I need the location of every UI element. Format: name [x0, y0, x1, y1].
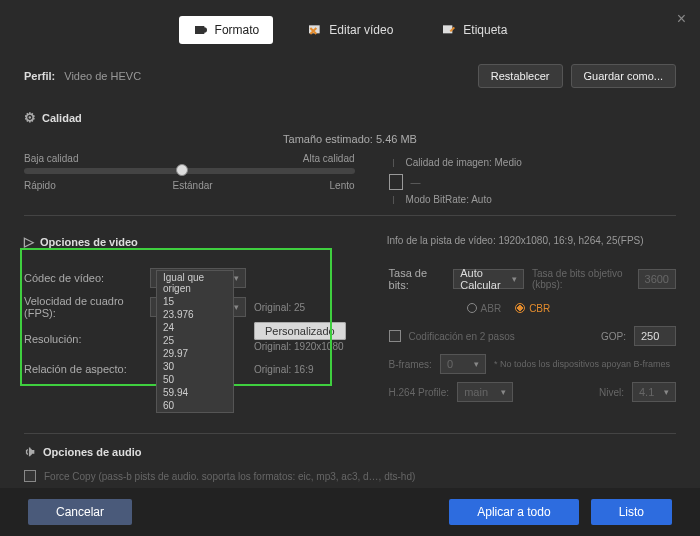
bframes-label: B-frames: — [389, 359, 432, 370]
fps-option[interactable]: 15 — [157, 295, 233, 308]
image-quality: Calidad de imagen: Medio — [406, 157, 676, 168]
quality-head: ⚙ Calidad — [24, 110, 357, 125]
fps-option[interactable]: 23.976 — [157, 308, 233, 321]
gop-label: GOP: — [601, 331, 626, 342]
target-bitrate-label: Tasa de bits objetivo (kbps): — [532, 268, 630, 290]
fps-original: Original: 25 — [254, 302, 305, 313]
tab-format[interactable]: Formato — [179, 16, 274, 44]
slider-thumb[interactable] — [176, 164, 188, 176]
estimated-size: Tamaño estimado: 5.46 MB — [24, 133, 676, 145]
chevron-down-icon: ▾ — [474, 359, 479, 369]
fast-label: Rápido — [24, 180, 56, 191]
chevron-down-icon: ▾ — [501, 387, 506, 397]
fps-dropdown[interactable]: Igual que origen1523.976242529.97305059.… — [156, 270, 234, 413]
codec-label: Códec de vídeo: — [24, 272, 142, 284]
twopass-label: Codificación en 2 pasos — [409, 331, 515, 342]
play-icon: ▷ — [24, 234, 34, 249]
gear-icon: ⚙ — [24, 110, 36, 125]
quality-slider[interactable] — [24, 168, 355, 174]
ar-label: Relación de aspecto: — [24, 363, 142, 375]
fps-option[interactable]: 24 — [157, 321, 233, 334]
fps-option[interactable]: 25 — [157, 334, 233, 347]
profile-label: Perfil: — [24, 70, 55, 82]
scissors-icon — [307, 22, 323, 38]
fps-option[interactable]: 59.94 — [157, 386, 233, 399]
gop-input[interactable]: 250 — [634, 326, 676, 346]
audio-head: 🕩 Opciones de audio — [24, 444, 676, 459]
chevron-down-icon: ▾ — [234, 302, 239, 312]
slow-label: Lento — [330, 180, 355, 191]
tab-label: Etiqueta — [463, 23, 507, 37]
speaker-icon: 🕩 — [24, 444, 37, 459]
res-label: Resolución: — [24, 333, 142, 345]
bitrate-select[interactable]: Auto Calcular▾ — [453, 269, 524, 289]
gear-icon — [193, 22, 209, 38]
res-original: Original: 1920x1080 — [254, 341, 346, 352]
profile-value: Video de HEVC — [64, 70, 141, 82]
abr-radio[interactable] — [467, 303, 477, 313]
fps-option[interactable]: 30 — [157, 360, 233, 373]
resolution-custom-chip[interactable]: Personalizado — [254, 322, 346, 340]
bframes-select[interactable]: 0▾ — [440, 354, 486, 374]
pencil-icon — [441, 22, 457, 38]
svg-point-1 — [201, 27, 206, 32]
tab-label: Formato — [215, 23, 260, 37]
level-select[interactable]: 4.1▾ — [632, 382, 676, 402]
fps-option[interactable]: 29.97 — [157, 347, 233, 360]
done-button[interactable]: Listo — [591, 499, 672, 525]
fps-option[interactable]: 60 — [157, 399, 233, 412]
high-q-label: Alta calidad — [303, 153, 355, 164]
page-icon — [389, 174, 403, 190]
apply-all-button[interactable]: Aplicar a todo — [449, 499, 578, 525]
standard-label: Estándar — [173, 180, 213, 191]
force-copy-checkbox[interactable] — [24, 470, 36, 482]
level-label: Nivel: — [599, 387, 624, 398]
reset-button[interactable]: Restablecer — [478, 64, 563, 88]
chevron-down-icon: ▾ — [664, 387, 669, 397]
track-info: Info de la pista de vídeo: 1920x1080, 16… — [387, 235, 644, 246]
bitrate-mode: Modo BitRate: Auto — [406, 194, 492, 205]
chevron-down-icon: ▾ — [234, 273, 239, 283]
chevron-down-icon: ▾ — [512, 274, 517, 284]
ar-original: Original: 16:9 — [254, 364, 313, 375]
video-head: ▷ Opciones de video — [24, 234, 357, 249]
h264-profile-select[interactable]: main▾ — [457, 382, 513, 402]
target-bitrate-input[interactable]: 3600 — [638, 269, 676, 289]
tab-label: Editar vídeo — [329, 23, 393, 37]
close-icon[interactable]: × — [677, 10, 686, 28]
profile: Perfil: Video de HEVC — [24, 70, 141, 82]
fps-option[interactable]: 50 — [157, 373, 233, 386]
cbr-radio[interactable] — [515, 303, 525, 313]
force-copy-label: Force Copy (pass-b pists de audio. sopor… — [44, 471, 415, 482]
fps-label: Velocidad de cuadro (FPS): — [24, 295, 142, 319]
low-q-label: Baja calidad — [24, 153, 78, 164]
cancel-button[interactable]: Cancelar — [28, 499, 132, 525]
bitrate-label: Tasa de bits: — [389, 267, 446, 291]
h264-profile-label: H.264 Profile: — [389, 387, 450, 398]
twopass-checkbox[interactable] — [389, 330, 401, 342]
fps-option[interactable]: Igual que origen — [157, 271, 233, 295]
tab-edit[interactable]: Editar vídeo — [293, 16, 407, 44]
save-as-button[interactable]: Guardar como... — [571, 64, 676, 88]
tab-tag[interactable]: Etiqueta — [427, 16, 521, 44]
bframes-note: * No todos los dispositivos apoyan B-fra… — [494, 359, 670, 369]
